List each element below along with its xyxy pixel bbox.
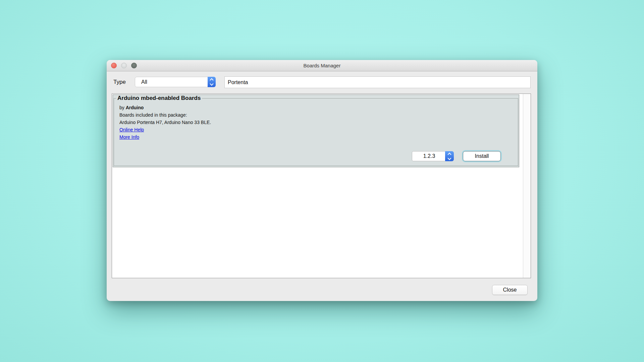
chevron-up-icon (210, 78, 213, 82)
board-title: Arduino mbed-enabled Boards (116, 95, 202, 102)
board-description-line1: Boards included in this package: (119, 111, 518, 119)
type-label: Type (113, 79, 126, 85)
online-help-row: Online Help (119, 126, 518, 133)
install-button[interactable]: Install (463, 151, 501, 161)
close-window-icon[interactable] (111, 63, 117, 68)
search-input[interactable] (224, 76, 531, 88)
chevron-down-icon (210, 82, 213, 85)
version-dropdown[interactable]: 1.2.3 (412, 151, 454, 161)
board-entry[interactable]: Arduino mbed-enabled Boards by Arduino B… (113, 95, 519, 167)
boards-list: Arduino mbed-enabled Boards by Arduino B… (112, 94, 531, 278)
entry-actions: 1.2.3 Install (412, 151, 501, 161)
board-details: by Arduino Boards included in this packa… (114, 102, 518, 141)
board-groupbox: Arduino mbed-enabled Boards by Arduino B… (114, 95, 518, 166)
type-dropdown-value: All (135, 79, 147, 85)
board-author: Arduino (126, 105, 144, 110)
chevron-up-down-icon (445, 151, 454, 161)
titlebar[interactable]: Boards Manager (107, 60, 537, 71)
online-help-link[interactable]: Online Help (119, 127, 144, 132)
by-prefix: by (119, 105, 124, 110)
more-info-link[interactable]: More Info (119, 134, 139, 140)
chevron-up-icon (447, 153, 451, 156)
close-button[interactable]: Close (492, 285, 528, 295)
zoom-window-icon[interactable] (131, 63, 137, 68)
chevron-down-icon (447, 156, 451, 160)
more-info-row: More Info (119, 133, 518, 141)
boards-manager-window: Boards Manager Type All Arduino mbed-ena… (107, 60, 537, 301)
chevron-up-down-icon (208, 77, 216, 87)
scrollbar-track[interactable] (523, 94, 531, 278)
desktop-background: Boards Manager Type All Arduino mbed-ena… (0, 0, 644, 362)
board-description-line2: Arduino Portenta H7, Arduino Nano 33 BLE… (119, 119, 518, 126)
minimize-window-icon[interactable] (121, 63, 127, 68)
board-author-line: by Arduino (119, 104, 518, 111)
traffic-lights (111, 63, 137, 68)
type-dropdown[interactable]: All (135, 77, 216, 87)
window-title: Boards Manager (107, 60, 537, 71)
